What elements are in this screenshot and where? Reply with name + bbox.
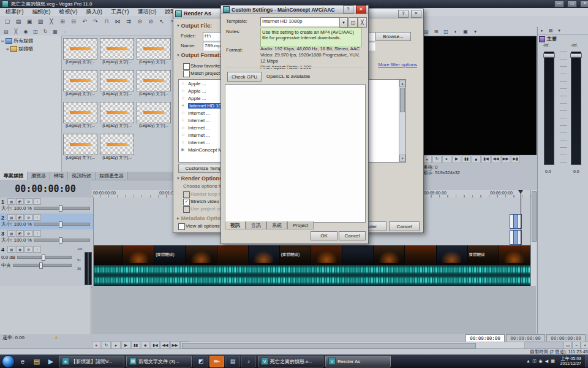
taskbar-media-player-icon[interactable]: ▶ bbox=[45, 356, 57, 367]
tray-status-icon[interactable]: ◉ bbox=[537, 359, 543, 364]
dock-tab[interactable]: 媒體產生器 bbox=[96, 172, 128, 180]
video-event[interactable] bbox=[123, 245, 154, 265]
go-to-end-button[interactable]: ▶▮ bbox=[511, 155, 520, 163]
video-event[interactable]: (媒體離線) bbox=[280, 245, 311, 265]
favorite-star-icon[interactable]: ☆ bbox=[180, 96, 186, 101]
video-event[interactable] bbox=[217, 245, 249, 265]
tray-show-hidden-icon[interactable]: ▲ bbox=[525, 359, 531, 364]
track-volume-slider[interactable] bbox=[17, 256, 72, 259]
overlays-icon[interactable]: ⊞ bbox=[432, 28, 440, 35]
tree-expander-icon[interactable]: ⊟ bbox=[1, 39, 4, 43]
media-thumbnail[interactable]: (Legacy) 文字(... bbox=[100, 70, 134, 100]
stretch-video-checkbox[interactable]: ✓ bbox=[183, 199, 190, 205]
view-all-options-checkbox[interactable] bbox=[178, 223, 185, 230]
media-thumbnail[interactable]: (Legacy) 文字(... bbox=[63, 134, 97, 164]
favorite-star-icon[interactable]: ☆ bbox=[180, 81, 186, 86]
output-format-section-header[interactable]: ▾ Output Format: bbox=[177, 52, 221, 58]
track-header-4-audio[interactable]: 4 ▤ ◉ ⊘ ! 0.0 dB 中央 -Inf. 51 36 bbox=[0, 245, 94, 288]
menu-item[interactable]: 工具(T) bbox=[107, 8, 134, 16]
menu-item[interactable]: 檔案(F) bbox=[1, 8, 28, 16]
show-favorites-checkbox[interactable] bbox=[183, 63, 190, 70]
taskbar-pinned-app-4[interactable]: ♪ bbox=[241, 356, 256, 367]
cut-icon[interactable]: ╳ bbox=[47, 17, 56, 26]
cancel-button[interactable]: Cancel bbox=[339, 231, 366, 240]
mute-icon[interactable]: ⊘ bbox=[24, 214, 32, 221]
get-photo-icon[interactable]: ◫ bbox=[31, 28, 40, 35]
edit-cursor-head[interactable] bbox=[518, 190, 523, 196]
minimize-button[interactable]: — bbox=[554, 1, 564, 7]
master-fader-right[interactable] bbox=[571, 52, 581, 165]
insert-bus-icon[interactable]: ▸ bbox=[538, 28, 546, 34]
settings-tab[interactable]: 視訊 bbox=[225, 221, 246, 229]
compositing-mode-icon[interactable]: ◩ bbox=[16, 198, 24, 205]
template-combobox[interactable]: Internet HD 1080p bbox=[260, 17, 343, 26]
tray-volume-icon[interactable]: ◀ bbox=[543, 359, 549, 364]
track-header-2[interactable]: 2 ▤ ◩ ⊘ ! 大小: 100.0 % bbox=[0, 213, 94, 231]
dialog-help-button[interactable]: ? bbox=[343, 6, 353, 13]
media-thumbnail[interactable]: (Legacy) 文字(... bbox=[137, 70, 171, 100]
video-event[interactable]: (媒體離線) bbox=[154, 245, 186, 265]
taskbar-clock[interactable]: 上午 05:03 2011/12/27 bbox=[557, 356, 584, 366]
maximize-button[interactable]: ▢ bbox=[567, 1, 577, 7]
track-level-slider[interactable] bbox=[34, 239, 90, 242]
dialog-close-button[interactable]: ✕ bbox=[411, 10, 421, 18]
mixer-properties-icon[interactable]: ▤ bbox=[547, 28, 554, 34]
save-project-icon[interactable]: ▣ bbox=[24, 17, 34, 26]
auto-crossfade-icon[interactable]: ⋈ bbox=[113, 17, 123, 26]
timeline-empty-area[interactable] bbox=[92, 286, 536, 334]
track-pan-slider[interactable] bbox=[13, 264, 72, 267]
dock-tab[interactable]: 瀏覽器 bbox=[28, 172, 50, 180]
scrollbar-thumb[interactable] bbox=[400, 88, 405, 112]
favorite-star-icon[interactable]: ☆ bbox=[180, 125, 186, 130]
ignore-grouping-icon[interactable]: ⊘ bbox=[146, 17, 156, 26]
favorite-star-icon[interactable]: ☆ bbox=[180, 88, 186, 93]
media-properties-icon[interactable]: ▤ bbox=[2, 28, 10, 35]
project-rotation-checkbox[interactable] bbox=[183, 206, 190, 213]
open-project-icon[interactable]: ▤ bbox=[13, 17, 23, 26]
template-dropdown-icon[interactable]: ▼ bbox=[339, 17, 348, 28]
settings-tab[interactable]: 系統 bbox=[266, 221, 287, 229]
step-back-button[interactable]: ◀◀ bbox=[491, 155, 500, 163]
settings-tab[interactable]: Project bbox=[287, 221, 314, 229]
save-template-icon[interactable]: ◫ bbox=[349, 17, 358, 28]
enable-snapping-icon[interactable]: ⊓ bbox=[102, 17, 111, 26]
master-fader-left[interactable] bbox=[544, 52, 554, 165]
solo-icon[interactable]: ! bbox=[33, 214, 41, 221]
video-event[interactable] bbox=[437, 245, 468, 265]
loop-playback-button[interactable]: ↻ bbox=[432, 155, 442, 163]
start-button[interactable] bbox=[2, 355, 15, 368]
output-file-section-header[interactable]: ▾ Output File: bbox=[177, 23, 212, 29]
taskbar-ie-icon[interactable]: e bbox=[17, 356, 29, 367]
track-fx-icon[interactable]: ▤ bbox=[7, 198, 15, 205]
record-arm-icon[interactable]: ◉ bbox=[16, 246, 24, 253]
delete-template-icon[interactable]: ╳ bbox=[358, 17, 367, 28]
taskbar-task-vegas[interactable]: V 死亡之翼的憤怒.v... bbox=[258, 356, 323, 367]
compositing-mode-icon[interactable]: ◩ bbox=[16, 230, 24, 237]
rate-marker-icon[interactable]: ▲ bbox=[54, 334, 59, 340]
track-header-1[interactable]: 1 ▤ ◩ ⊘ ! 大小: 100.0 % bbox=[0, 197, 94, 215]
mute-icon[interactable]: ⊘ bbox=[24, 198, 32, 205]
browse-button[interactable]: Browse... bbox=[375, 32, 411, 41]
media-thumbnail[interactable]: (Legacy) 文字(... bbox=[63, 102, 97, 132]
media-thumbnail[interactable]: (Legacy) 文字(... bbox=[100, 134, 134, 164]
record-button[interactable]: ● bbox=[423, 155, 432, 163]
video-event[interactable] bbox=[342, 245, 374, 265]
favorite-star-icon[interactable]: ★ bbox=[180, 103, 186, 108]
dock-tab[interactable]: 轉場 bbox=[50, 172, 68, 180]
media-thumbnail[interactable]: (Legacy) 文字(... bbox=[63, 70, 97, 100]
dock-tab[interactable]: 專案媒體 bbox=[0, 172, 28, 180]
render-loop-region-checkbox[interactable] bbox=[183, 191, 190, 198]
scroll-down-icon[interactable]: ▼ bbox=[399, 155, 405, 162]
favorite-star-icon[interactable]: ▶ bbox=[180, 147, 186, 152]
mute-icon[interactable]: ⊘ bbox=[24, 246, 32, 253]
pause-button[interactable]: ▮▮ bbox=[462, 155, 471, 163]
show-desktop-button[interactable] bbox=[586, 355, 588, 367]
tray-network-icon[interactable]: ▦ bbox=[549, 359, 556, 364]
solo-icon[interactable]: ! bbox=[33, 230, 41, 237]
step-forward-button[interactable]: ▶▶ bbox=[501, 155, 510, 163]
normal-edit-tool-icon[interactable]: ↖ bbox=[157, 17, 167, 26]
menu-item[interactable]: 選項(O) bbox=[134, 8, 161, 16]
menu-item[interactable]: 檢視(V) bbox=[55, 8, 82, 16]
new-project-icon[interactable]: ▢ bbox=[2, 17, 12, 26]
video-event[interactable] bbox=[186, 245, 217, 265]
